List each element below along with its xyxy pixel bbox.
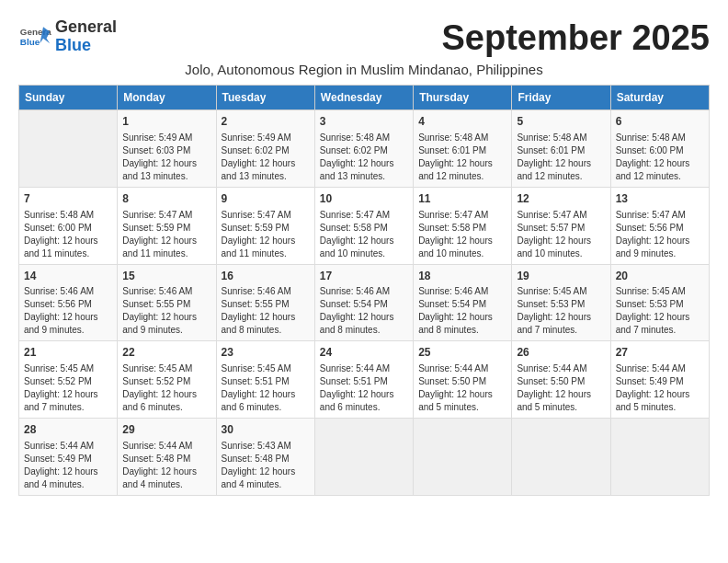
- month-title: September 2025: [442, 18, 711, 58]
- calendar-week-row: 1Sunrise: 5:49 AM Sunset: 6:03 PM Daylig…: [19, 110, 710, 188]
- day-number: 16: [222, 269, 310, 284]
- calendar-cell: 29Sunrise: 5:44 AM Sunset: 5:48 PM Dayli…: [118, 419, 216, 496]
- general-blue-logo-icon: General Blue: [18, 20, 51, 53]
- day-number: 14: [24, 269, 112, 284]
- calendar-cell: 28Sunrise: 5:44 AM Sunset: 5:49 PM Dayli…: [19, 419, 118, 496]
- day-number: 1: [122, 114, 210, 130]
- calendar-cell: [610, 419, 709, 496]
- day-info: Sunrise: 5:47 AM Sunset: 5:57 PM Dayligh…: [517, 209, 605, 260]
- calendar-cell: 11Sunrise: 5:47 AM Sunset: 5:58 PM Dayli…: [414, 187, 512, 264]
- calendar-cell: 9Sunrise: 5:47 AM Sunset: 5:59 PM Daylig…: [216, 187, 314, 264]
- day-header-friday: Friday: [512, 86, 610, 110]
- calendar-cell: [414, 419, 512, 496]
- day-info: Sunrise: 5:45 AM Sunset: 5:53 PM Dayligh…: [517, 285, 605, 337]
- day-number: 19: [517, 269, 605, 284]
- day-info: Sunrise: 5:44 AM Sunset: 5:48 PM Dayligh…: [122, 440, 210, 491]
- day-number: 21: [24, 345, 112, 361]
- day-number: 24: [320, 345, 408, 361]
- calendar-subtitle: Jolo, Autonomous Region in Muslim Mindan…: [18, 62, 710, 77]
- calendar-cell: 3Sunrise: 5:48 AM Sunset: 6:02 PM Daylig…: [314, 110, 413, 188]
- day-number: 27: [616, 345, 704, 361]
- title-section: September 2025: [442, 18, 711, 58]
- day-number: 9: [222, 191, 310, 207]
- day-info: Sunrise: 5:48 AM Sunset: 6:01 PM Dayligh…: [517, 132, 605, 183]
- day-info: Sunrise: 5:44 AM Sunset: 5:50 PM Dayligh…: [418, 362, 506, 414]
- calendar-cell: 19Sunrise: 5:45 AM Sunset: 5:53 PM Dayli…: [512, 264, 610, 341]
- calendar-cell: 23Sunrise: 5:45 AM Sunset: 5:51 PM Dayli…: [216, 341, 314, 419]
- day-header-saturday: Saturday: [610, 86, 709, 110]
- day-number: 8: [122, 191, 210, 207]
- day-info: Sunrise: 5:44 AM Sunset: 5:51 PM Dayligh…: [320, 362, 408, 414]
- calendar-week-row: 14Sunrise: 5:46 AM Sunset: 5:56 PM Dayli…: [19, 264, 710, 341]
- day-info: Sunrise: 5:45 AM Sunset: 5:53 PM Dayligh…: [616, 285, 704, 337]
- day-number: 17: [320, 269, 408, 284]
- day-number: 26: [517, 345, 605, 361]
- calendar-cell: 20Sunrise: 5:45 AM Sunset: 5:53 PM Dayli…: [610, 264, 709, 341]
- day-number: 11: [418, 191, 506, 207]
- day-number: 29: [122, 422, 210, 438]
- calendar-cell: 30Sunrise: 5:43 AM Sunset: 5:48 PM Dayli…: [216, 419, 314, 496]
- day-info: Sunrise: 5:44 AM Sunset: 5:49 PM Dayligh…: [616, 362, 704, 414]
- day-header-sunday: Sunday: [19, 86, 118, 110]
- day-info: Sunrise: 5:44 AM Sunset: 5:50 PM Dayligh…: [517, 362, 605, 414]
- day-number: 25: [418, 345, 506, 361]
- calendar-cell: 24Sunrise: 5:44 AM Sunset: 5:51 PM Dayli…: [314, 341, 413, 419]
- day-number: 3: [320, 114, 408, 130]
- calendar-week-row: 7Sunrise: 5:48 AM Sunset: 6:00 PM Daylig…: [19, 187, 710, 264]
- day-header-tuesday: Tuesday: [216, 86, 314, 110]
- calendar-cell: 5Sunrise: 5:48 AM Sunset: 6:01 PM Daylig…: [512, 110, 610, 188]
- day-info: Sunrise: 5:46 AM Sunset: 5:56 PM Dayligh…: [24, 285, 112, 337]
- day-info: Sunrise: 5:45 AM Sunset: 5:51 PM Dayligh…: [222, 362, 310, 414]
- day-info: Sunrise: 5:48 AM Sunset: 6:01 PM Dayligh…: [418, 132, 506, 183]
- calendar-cell: 21Sunrise: 5:45 AM Sunset: 5:52 PM Dayli…: [19, 341, 118, 419]
- calendar-cell: [314, 419, 413, 496]
- day-number: 10: [320, 191, 408, 207]
- day-info: Sunrise: 5:47 AM Sunset: 5:58 PM Dayligh…: [418, 209, 506, 260]
- calendar-cell: 13Sunrise: 5:47 AM Sunset: 5:56 PM Dayli…: [610, 187, 709, 264]
- calendar-cell: [19, 110, 118, 188]
- calendar-cell: 4Sunrise: 5:48 AM Sunset: 6:01 PM Daylig…: [414, 110, 512, 188]
- calendar-cell: 17Sunrise: 5:46 AM Sunset: 5:54 PM Dayli…: [314, 264, 413, 341]
- calendar-cell: 26Sunrise: 5:44 AM Sunset: 5:50 PM Dayli…: [512, 341, 610, 419]
- day-number: 13: [616, 191, 704, 207]
- calendar-cell: 22Sunrise: 5:45 AM Sunset: 5:52 PM Dayli…: [118, 341, 216, 419]
- day-info: Sunrise: 5:47 AM Sunset: 5:58 PM Dayligh…: [320, 209, 408, 260]
- logo-text: General Blue: [55, 18, 117, 55]
- calendar-week-row: 28Sunrise: 5:44 AM Sunset: 5:49 PM Dayli…: [19, 419, 710, 496]
- calendar-cell: 16Sunrise: 5:46 AM Sunset: 5:55 PM Dayli…: [216, 264, 314, 341]
- calendar-cell: [512, 419, 610, 496]
- calendar-table: SundayMondayTuesdayWednesdayThursdayFrid…: [18, 85, 710, 496]
- day-number: 12: [517, 191, 605, 207]
- day-info: Sunrise: 5:48 AM Sunset: 6:02 PM Dayligh…: [320, 132, 408, 183]
- day-info: Sunrise: 5:47 AM Sunset: 5:59 PM Dayligh…: [122, 209, 210, 260]
- day-number: 7: [24, 191, 112, 207]
- day-info: Sunrise: 5:47 AM Sunset: 5:56 PM Dayligh…: [616, 209, 704, 260]
- day-number: 15: [122, 269, 210, 284]
- day-number: 30: [222, 422, 310, 438]
- svg-text:Blue: Blue: [20, 37, 40, 47]
- day-info: Sunrise: 5:47 AM Sunset: 5:59 PM Dayligh…: [222, 209, 310, 260]
- calendar-cell: 2Sunrise: 5:49 AM Sunset: 6:02 PM Daylig…: [216, 110, 314, 188]
- calendar-cell: 7Sunrise: 5:48 AM Sunset: 6:00 PM Daylig…: [19, 187, 118, 264]
- day-header-monday: Monday: [118, 86, 216, 110]
- day-number: 20: [616, 269, 704, 284]
- calendar-cell: 27Sunrise: 5:44 AM Sunset: 5:49 PM Dayli…: [610, 341, 709, 419]
- day-info: Sunrise: 5:45 AM Sunset: 5:52 PM Dayligh…: [24, 362, 112, 414]
- logo-line2: Blue: [55, 36, 91, 54]
- calendar-cell: 25Sunrise: 5:44 AM Sunset: 5:50 PM Dayli…: [414, 341, 512, 419]
- day-number: 23: [222, 345, 310, 361]
- day-info: Sunrise: 5:45 AM Sunset: 5:52 PM Dayligh…: [122, 362, 210, 414]
- logo: General Blue General Blue: [18, 18, 117, 55]
- day-info: Sunrise: 5:49 AM Sunset: 6:02 PM Dayligh…: [222, 132, 310, 183]
- day-number: 2: [222, 114, 310, 130]
- day-number: 18: [418, 269, 506, 284]
- calendar-cell: 12Sunrise: 5:47 AM Sunset: 5:57 PM Dayli…: [512, 187, 610, 264]
- calendar-cell: 10Sunrise: 5:47 AM Sunset: 5:58 PM Dayli…: [314, 187, 413, 264]
- day-header-wednesday: Wednesday: [314, 86, 413, 110]
- logo-line1: General: [55, 17, 117, 36]
- day-header-thursday: Thursday: [414, 86, 512, 110]
- day-number: 4: [418, 114, 506, 130]
- day-info: Sunrise: 5:43 AM Sunset: 5:48 PM Dayligh…: [222, 440, 310, 491]
- day-info: Sunrise: 5:46 AM Sunset: 5:54 PM Dayligh…: [418, 285, 506, 337]
- day-info: Sunrise: 5:46 AM Sunset: 5:54 PM Dayligh…: [320, 285, 408, 337]
